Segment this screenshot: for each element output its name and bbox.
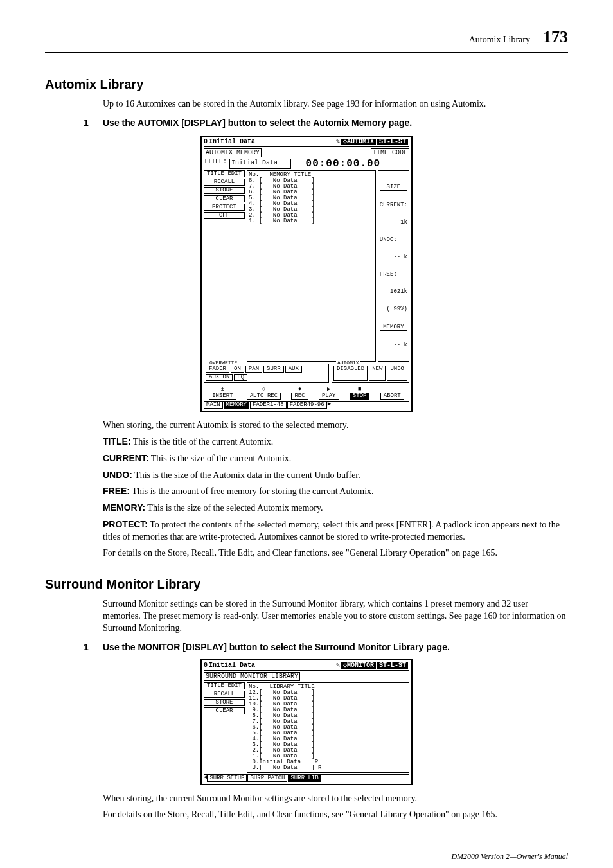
btn-off[interactable]: OFF bbox=[204, 212, 245, 219]
header-page-number: 173 bbox=[543, 26, 568, 48]
ow-fader[interactable]: FADER bbox=[206, 366, 229, 373]
btn-abort[interactable]: —ABORT bbox=[380, 387, 404, 400]
timecode-label: TIME CODE bbox=[371, 148, 409, 157]
tab-memory[interactable]: MEMORY bbox=[224, 402, 249, 409]
left-buttons: TITLE EDIT RECALL STORE CLEAR bbox=[204, 682, 245, 773]
size-mem-val: -- k bbox=[380, 342, 407, 348]
timecode: 00:00:00.00 bbox=[306, 159, 381, 169]
step-number: 1 bbox=[84, 117, 103, 129]
automix-box-label: AUTOMIX bbox=[336, 360, 360, 366]
btn-protect[interactable]: PROTECT bbox=[204, 204, 245, 211]
ow-on[interactable]: ON bbox=[231, 366, 244, 373]
tab-surr-patch[interactable]: SURR PATCH bbox=[247, 775, 287, 782]
def-undo: UNDO: This is the size of the Automix da… bbox=[103, 469, 568, 482]
list-item[interactable]: U.[ No Data! ] R bbox=[249, 765, 407, 771]
btn-store[interactable]: STORE bbox=[204, 187, 245, 194]
automix-after: When storing, the current Automix is sto… bbox=[103, 420, 568, 432]
btn-recall[interactable]: RECALL bbox=[204, 691, 245, 698]
scr-title: Initial Data bbox=[209, 139, 335, 145]
section-title-surround: Surround Monitor Library bbox=[45, 576, 568, 593]
automix-new[interactable]: NEW bbox=[369, 366, 386, 381]
def-title: TITLE: This is the title of the current … bbox=[103, 436, 568, 448]
memory-list[interactable]: No. MEMORY TITLE 8. [ No Data! ] 7. [ No… bbox=[247, 170, 376, 362]
automix-screenshot: 0 Initial Data ✎ ◇AUTOMIX ST-L-ST AUTOMI… bbox=[200, 136, 413, 412]
size-free-val: 1021k bbox=[380, 289, 407, 295]
tab-main[interactable]: MAIN bbox=[204, 402, 223, 409]
def-free: FREE: This is the amount of free memory … bbox=[103, 485, 568, 498]
size-free-lbl: FREE: bbox=[380, 271, 397, 278]
step-1-automix: 1 Use the AUTOMIX [DISPLAY] button to se… bbox=[84, 117, 568, 129]
title-value[interactable]: Initial Data bbox=[229, 159, 291, 169]
lib-label: SURROUND MONITOR LIBRARY bbox=[204, 672, 300, 681]
tabs: ◀ SURR SETUP SURR PATCH SURR LIB bbox=[204, 774, 409, 782]
ow-surr[interactable]: SURR bbox=[263, 366, 284, 373]
btn-rec[interactable]: ●REC bbox=[291, 387, 308, 400]
scr-stereo: ST-L-ST bbox=[377, 139, 408, 145]
scr-stereo: ST-L-ST bbox=[377, 662, 408, 669]
size-current-lbl: CURRENT: bbox=[380, 202, 407, 208]
size-current-val: 1k bbox=[380, 220, 407, 226]
list-item[interactable]: 1. [ No Data! ] bbox=[249, 218, 374, 224]
page-header: Automix Library 173 bbox=[45, 26, 568, 53]
automix-intro: Up to 16 Automixes can be stored in the … bbox=[103, 98, 568, 111]
btn-clear[interactable]: CLEAR bbox=[204, 195, 245, 202]
nav-right-icon[interactable]: ▶ bbox=[328, 402, 331, 409]
tab-fader49[interactable]: FADER49-96 bbox=[287, 402, 327, 409]
btn-title-edit[interactable]: TITLE EDIT bbox=[204, 682, 245, 689]
tab-surr-lib[interactable]: SURR LIB bbox=[288, 775, 321, 782]
surround-after: When storing, the current Surround Monit… bbox=[103, 793, 568, 805]
btn-store[interactable]: STORE bbox=[204, 699, 245, 706]
ow-eq[interactable]: EQ bbox=[234, 374, 247, 381]
automix-note: For details on the Store, Recall, Title … bbox=[103, 547, 568, 560]
surround-intro: Surround Monitor settings can be stored … bbox=[103, 598, 568, 635]
step-number: 1 bbox=[84, 641, 103, 653]
size-undo-lbl: UNDO: bbox=[380, 236, 397, 243]
btn-play[interactable]: ▶PLAY bbox=[319, 387, 339, 400]
title-label: TITLE: bbox=[204, 159, 227, 169]
btn-clear[interactable]: CLEAR bbox=[204, 707, 245, 714]
automix-disabled[interactable]: DISABLED bbox=[333, 366, 368, 381]
size-free-pct: ( 99%) bbox=[380, 306, 407, 312]
btn-stop[interactable]: ■STOP bbox=[350, 387, 370, 400]
edit-icon: ✎ bbox=[336, 139, 340, 145]
section-title-automix: Automix Library bbox=[45, 76, 568, 93]
btn-recall[interactable]: RECALL bbox=[204, 179, 245, 186]
btn-autorec[interactable]: ○AUTO REC bbox=[247, 387, 281, 400]
left-buttons: TITLE EDIT RECALL STORE CLEAR PROTECT OF… bbox=[204, 170, 245, 362]
step-text: Use the AUTOMIX [DISPLAY] button to sele… bbox=[103, 117, 568, 129]
scr-idx: 0 bbox=[204, 139, 208, 145]
header-section: Automix Library bbox=[469, 34, 530, 46]
def-memory: MEMORY: This is the size of the selected… bbox=[103, 502, 568, 515]
size-mem-lbl: MEMORY bbox=[380, 324, 407, 331]
scr-mode: ◇AUTOMIX bbox=[341, 139, 376, 145]
size-box: SIZE CURRENT: 1k UNDO: -- k FREE: 1021k … bbox=[378, 170, 409, 362]
ow-auxon[interactable]: AUX ON bbox=[206, 374, 233, 381]
def-current: CURRENT: This is the size of the current… bbox=[103, 452, 568, 465]
overwrite-label: OVERWRITE bbox=[208, 360, 238, 366]
size-label: SIZE bbox=[380, 184, 407, 191]
def-protect: PROTECT: To protect the contents of the … bbox=[103, 518, 568, 544]
scr-mode: ◇MONITOR bbox=[341, 662, 376, 669]
surround-note: For details on the Store, Recall, Title … bbox=[103, 809, 568, 821]
tab-fader1[interactable]: FADER1-48 bbox=[250, 402, 287, 409]
tab-surr-setup[interactable]: SURR SETUP bbox=[207, 775, 247, 782]
automix-group: AUTOMIX DISABLED NEW UNDO bbox=[332, 364, 409, 383]
btn-insert[interactable]: ±INSERT bbox=[209, 387, 236, 400]
scr-idx: 0 bbox=[204, 662, 208, 669]
automix-undo[interactable]: UNDO bbox=[387, 366, 407, 381]
step-1-surround: 1 Use the MONITOR [DISPLAY] button to se… bbox=[84, 641, 568, 653]
tabs: MAIN MEMORY FADER1-48 FADER49-96 ▶ bbox=[204, 401, 409, 409]
overwrite-group: OVERWRITE FADER ON PAN SURR AUX AUX ON E… bbox=[204, 364, 329, 383]
automix-memory-label: AUTOMIX MEMORY bbox=[204, 148, 262, 157]
footer: DM2000 Version 2—Owner's Manual bbox=[45, 847, 568, 862]
edit-icon: ✎ bbox=[336, 662, 340, 669]
monitor-screenshot: 0 Initial Data ✎ ◇MONITOR ST-L-ST SURROU… bbox=[200, 659, 413, 785]
step-text: Use the MONITOR [DISPLAY] button to sele… bbox=[103, 641, 568, 653]
scr-title: Initial Data bbox=[209, 662, 335, 669]
ow-pan[interactable]: PAN bbox=[245, 366, 262, 373]
btn-title-edit[interactable]: TITLE EDIT bbox=[204, 170, 245, 177]
ow-aux[interactable]: AUX bbox=[285, 366, 302, 373]
library-list[interactable]: No. LIBRARY TITLE 12.[ No Data! ] 11.[ N… bbox=[247, 682, 409, 773]
size-undo-val: -- k bbox=[380, 254, 407, 260]
transport: ±INSERT ○AUTO REC ●REC ▶PLAY ■STOP —ABOR… bbox=[204, 385, 409, 400]
